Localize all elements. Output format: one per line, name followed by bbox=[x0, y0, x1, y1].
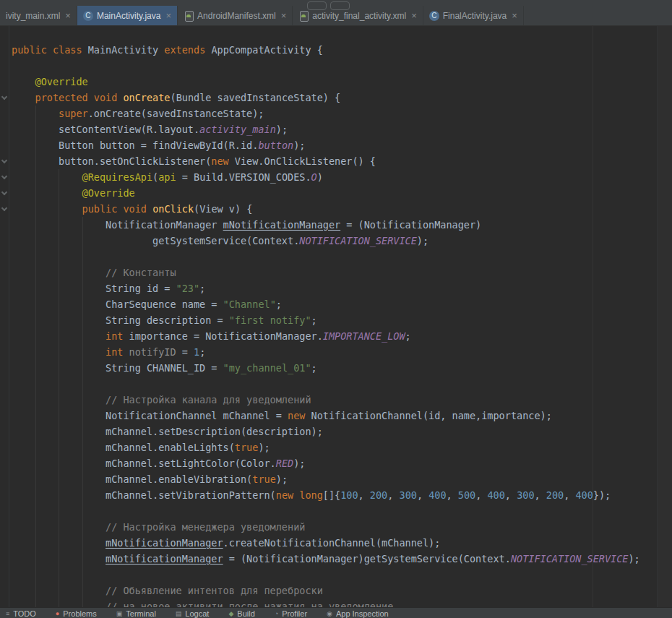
tab-label: MainActivity.java bbox=[97, 11, 160, 21]
statusbar-item-label: Logcat bbox=[185, 609, 209, 618]
indent-guide bbox=[59, 169, 59, 607]
fold-marker-icon[interactable] bbox=[1, 158, 7, 163]
fold-marker-icon[interactable] bbox=[1, 189, 7, 195]
tab-ivity-main-xml[interactable]: ivity_main.xml× bbox=[0, 6, 77, 25]
editor-gutter bbox=[0, 26, 9, 607]
code-line: Button button = findViewById(R.id.button… bbox=[12, 137, 640, 153]
tab-label: ivity_main.xml bbox=[6, 11, 60, 21]
code-line: public void onClick(View v) { bbox=[12, 201, 640, 217]
code-line: @Override bbox=[12, 74, 640, 90]
code-line: CharSequence name = "Channel"; bbox=[12, 296, 640, 312]
code-line: super.onCreate(savedInstanceState); bbox=[12, 106, 640, 121]
code-line: // Настройка канала для уведомлений bbox=[12, 392, 640, 408]
code-line: @Override bbox=[12, 185, 640, 201]
code-line bbox=[12, 58, 640, 74]
todo-icon: ≡ bbox=[6, 610, 9, 617]
statusbar-item-label: TODO bbox=[13, 609, 36, 618]
code-line: // Константы bbox=[12, 265, 640, 280]
editor-scrollbar[interactable] bbox=[657, 26, 672, 607]
code-line bbox=[12, 249, 640, 265]
code-line bbox=[12, 503, 640, 519]
statusbar-item-build[interactable]: ◆Build bbox=[228, 609, 254, 618]
build-icon: ◆ bbox=[228, 610, 233, 617]
code-line bbox=[12, 26, 640, 42]
close-tab-icon[interactable]: × bbox=[65, 11, 71, 20]
statusbar-item-label: App Inspection bbox=[336, 609, 389, 618]
code-line: protected void onCreate(Bundle savedInst… bbox=[12, 90, 640, 106]
code-line: mChannel.enableLights(true); bbox=[12, 439, 640, 455]
close-tab-icon[interactable]: × bbox=[411, 11, 417, 20]
code-line: int importance = NotificationManager.IMP… bbox=[12, 328, 640, 344]
logcat-icon: ▤ bbox=[176, 610, 182, 617]
code-line: String id = "23"; bbox=[12, 280, 640, 296]
statusbar-item-profiler[interactable]: ◔Profiler bbox=[275, 609, 307, 618]
indent-guide bbox=[82, 217, 83, 607]
code-line: getSystemService(Context.NOTIFICATION_SE… bbox=[12, 233, 640, 249]
code-line bbox=[12, 567, 640, 583]
code-line: mChannel.enableVibration(true); bbox=[12, 471, 640, 487]
code-line: NotificationManager mNotificationManager… bbox=[12, 217, 640, 233]
code-line: // Настройка менеджера уведомлений bbox=[12, 519, 640, 535]
right-margin-guide bbox=[593, 26, 593, 607]
statusbar-item-logcat[interactable]: ▤Logcat bbox=[176, 609, 210, 618]
code-line: int notifyID = 1; bbox=[12, 344, 640, 360]
indent-guide bbox=[35, 106, 36, 607]
android-file-icon bbox=[298, 11, 309, 21]
tab-mainactivity-java[interactable]: MainActivity.java× bbox=[77, 6, 178, 25]
fold-marker-icon[interactable] bbox=[1, 205, 7, 211]
statusbar-item-todo[interactable]: ≡TODO bbox=[6, 609, 36, 618]
java-class-icon bbox=[429, 11, 439, 21]
code-line: mNotificationManager = (NotificationMana… bbox=[12, 551, 640, 567]
status-bar: ≡TODO●Problems▣Terminal▤Logcat◆Build◔Pro… bbox=[0, 607, 672, 618]
code-line: // Обьявление интентов для переброски bbox=[12, 583, 640, 598]
code-line: button.setOnClickListener(new View.OnCli… bbox=[12, 153, 640, 169]
close-tab-icon[interactable]: × bbox=[512, 11, 517, 20]
close-tab-icon[interactable]: × bbox=[165, 11, 171, 20]
problems-icon: ● bbox=[56, 610, 59, 617]
editor[interactable]: public class MainActivity extends AppCom… bbox=[0, 26, 672, 607]
code-line: mNotificationManager.createNotificationC… bbox=[12, 535, 640, 551]
profiler-icon: ◔ bbox=[275, 610, 278, 617]
code-line bbox=[12, 376, 640, 392]
code-line: String description = "first notify"; bbox=[12, 312, 640, 328]
statusbar-item-label: Profiler bbox=[282, 609, 307, 618]
terminal-icon: ▣ bbox=[116, 610, 123, 617]
tab-label: AndroidManifest.xml bbox=[197, 11, 276, 21]
statusbar-item-terminal[interactable]: ▣Terminal bbox=[116, 609, 156, 618]
tab-androidmanifest-xml[interactable]: AndroidManifest.xml× bbox=[178, 6, 293, 25]
fold-marker-icon[interactable] bbox=[1, 94, 7, 100]
java-class-icon bbox=[83, 11, 93, 21]
ide-window: ivity_main.xml×MainActivity.java×Android… bbox=[0, 0, 672, 618]
code-line: NotificationChannel mChannel = new Notif… bbox=[12, 408, 640, 424]
tab-label: activity_final_activity.xml bbox=[312, 11, 406, 21]
fold-marker-icon[interactable] bbox=[1, 173, 7, 179]
code-line: mChannel.setDescription(description); bbox=[12, 424, 640, 439]
code-line: mChannel.setVibrationPattern(new long[]{… bbox=[12, 487, 640, 503]
main-toolbar bbox=[0, 0, 672, 6]
statusbar-item-label: Build bbox=[237, 609, 254, 618]
code-line: String CHANNEL_ID = "my_channel_01"; bbox=[12, 360, 640, 376]
toolbar-widget[interactable] bbox=[330, 1, 350, 10]
statusbar-item-problems[interactable]: ●Problems bbox=[56, 609, 97, 618]
code-line: setContentView(R.layout.activity_main); bbox=[12, 121, 640, 137]
inspection-icon: ◉ bbox=[327, 610, 332, 617]
tab-finalactivity-java[interactable]: FinalActivity.java× bbox=[423, 6, 524, 25]
code-line: @RequiresApi(api = Build.VERSION_CODES.O… bbox=[12, 169, 640, 185]
close-tab-icon[interactable]: × bbox=[281, 11, 287, 20]
statusbar-item-label: Terminal bbox=[126, 609, 156, 618]
toolbar-widget[interactable] bbox=[307, 1, 327, 10]
code-line: mChannel.setLightColor(Color.RED); bbox=[12, 455, 640, 471]
statusbar-item-label: Problems bbox=[63, 609, 96, 618]
code-area[interactable]: public class MainActivity extends AppCom… bbox=[12, 26, 640, 607]
tab-label: FinalActivity.java bbox=[443, 11, 507, 21]
code-line: // на новое активити после нажатия на ув… bbox=[12, 598, 640, 607]
code-line: public class MainActivity extends AppCom… bbox=[12, 42, 640, 58]
statusbar-item-app-inspection[interactable]: ◉App Inspection bbox=[327, 609, 389, 618]
android-file-icon bbox=[184, 11, 194, 21]
